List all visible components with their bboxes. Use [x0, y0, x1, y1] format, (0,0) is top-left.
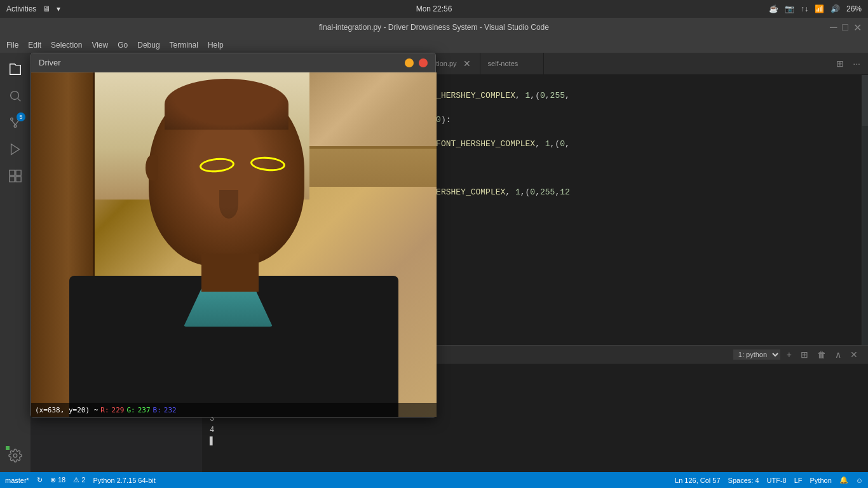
minimap: [862, 75, 868, 345]
terminal-add-btn[interactable]: +: [784, 348, 794, 361]
terminal-cursor: ▋: [210, 436, 860, 447]
window-minimize-btn[interactable]: ─: [830, 22, 837, 34]
split-editor-btn[interactable]: ⊞: [834, 57, 846, 70]
svg-rect-11: [16, 177, 21, 182]
dropdown-chevron[interactable]: ▾: [57, 4, 60, 13]
svg-point-2: [11, 118, 13, 121]
tab-self-notes[interactable]: self-notes: [480, 53, 544, 74]
source-control-badge: 5: [17, 112, 25, 121]
activity-bar: 5: [0, 53, 31, 472]
tab-label-3: self-notes: [488, 60, 519, 67]
encoding-status[interactable]: UTF-8: [767, 477, 787, 484]
tab-close-2[interactable]: ✕: [462, 58, 472, 69]
person-ear-left: [146, 155, 158, 180]
menu-bar: File Edit Selection View Go Debug Termin…: [0, 37, 868, 53]
python-version-status[interactable]: Python 2.7.15 64-bit: [93, 477, 155, 484]
spaces-status[interactable]: Spaces: 4: [728, 477, 759, 484]
app-title: final-integration.py - Driver Drowsiness…: [319, 23, 549, 32]
terminal-close-btn[interactable]: ✕: [848, 348, 860, 361]
sidebar-item-settings[interactable]: [4, 444, 27, 467]
system-bar-clock: Mon 22:56: [416, 4, 452, 13]
camera-status-bar: (x=638, y=20) ~ R: 229 G: 237 B: 232: [31, 403, 437, 417]
more-actions-btn[interactable]: ···: [850, 57, 863, 70]
sync-icon[interactable]: ↻: [37, 476, 43, 484]
sidebar-item-run[interactable]: [4, 138, 27, 161]
sidebar-item-source-control[interactable]: 5: [4, 111, 27, 134]
svg-line-6: [15, 120, 19, 125]
camera-r-value: 229: [112, 406, 125, 414]
battery-label: 26%: [846, 4, 862, 13]
window-maximize-btn[interactable]: □: [842, 22, 848, 34]
tab-actions: ⊞ ···: [834, 53, 868, 74]
driver-window-minimize-btn[interactable]: [405, 58, 414, 67]
status-bar-right: Ln 126, Col 57 Spaces: 4 UTF-8 LF Python…: [675, 476, 863, 484]
camera-g-label: G:: [126, 406, 135, 414]
status-bar: master* ↻ ⊗ 18 ⚠ 2 Python 2.7.15 64-bit …: [0, 472, 868, 488]
feedback-icon[interactable]: ☺: [856, 477, 863, 484]
svg-rect-10: [10, 177, 15, 182]
room-shelf-items: [309, 72, 437, 149]
terminal-line-5: 4: [210, 424, 860, 436]
title-bar: final-integration.py - Driver Drowsiness…: [0, 18, 868, 37]
menu-file[interactable]: File: [6, 41, 18, 50]
camera-g-value: 237: [138, 406, 151, 414]
sys-icon-wifi: 📶: [815, 4, 824, 13]
terminal-actions: 1: python + ⊞ 🗑 ∧ ✕: [733, 348, 860, 361]
person-forehead: [165, 79, 288, 130]
sidebar-item-extensions[interactable]: [4, 165, 27, 187]
language-status[interactable]: Python: [810, 477, 832, 484]
window-close-btn[interactable]: ✕: [853, 22, 862, 34]
svg-point-4: [14, 125, 17, 128]
camera-coord: (x=638, y=20) ~: [35, 406, 98, 414]
person-neck: [201, 254, 259, 292]
sys-icon-volume: 🔊: [831, 4, 840, 13]
menu-view[interactable]: View: [92, 41, 108, 50]
person-nose: [219, 190, 238, 219]
git-branch-status[interactable]: master*: [5, 477, 29, 484]
sidebar-item-explorer[interactable]: [4, 58, 27, 81]
eol-status[interactable]: LF: [794, 477, 803, 484]
driver-window: Driver (: [31, 53, 436, 417]
driver-window-title[interactable]: Driver: [31, 53, 435, 72]
warnings-status[interactable]: ⚠ 2: [73, 476, 85, 484]
bell-icon[interactable]: 🔔: [839, 476, 848, 484]
system-bar-right: ☕ 📷 ↑↓ 📶 🔊 26%: [769, 4, 862, 13]
menu-go[interactable]: Go: [118, 41, 128, 50]
menu-selection[interactable]: Selection: [51, 41, 82, 50]
terminal-trash-btn[interactable]: 🗑: [815, 348, 829, 361]
svg-point-12: [13, 454, 17, 458]
camera-b-value: 232: [164, 406, 177, 414]
sys-icon-camera: 📷: [785, 4, 794, 13]
terminal-chevron-up-btn[interactable]: ∧: [832, 348, 844, 361]
errors-status[interactable]: ⊗ 18: [50, 476, 65, 484]
sys-icon-network: ↑↓: [801, 4, 808, 13]
svg-marker-7: [11, 144, 20, 155]
sys-icon-coffee: ☕: [769, 4, 778, 13]
terminal-type-select[interactable]: 1: python: [733, 349, 780, 360]
camera-b-label: B:: [153, 406, 161, 414]
system-bar: Activities 🖥 ▾ Mon 22:56 ☕ 📷 ↑↓ 📶 🔊 26%: [0, 0, 868, 18]
app-icon: 🖥: [43, 4, 50, 13]
svg-point-0: [11, 92, 19, 100]
driver-window-controls: [405, 58, 428, 67]
menu-edit[interactable]: Edit: [28, 41, 41, 50]
system-bar-left: Activities 🖥 ▾: [6, 4, 60, 13]
ln-col-status[interactable]: Ln 126, Col 57: [675, 477, 721, 484]
menu-help[interactable]: Help: [208, 41, 224, 50]
camera-r-label: R:: [100, 406, 109, 414]
sidebar-item-search[interactable]: [4, 85, 27, 107]
driver-window-title-text: Driver: [39, 58, 61, 67]
svg-line-5: [12, 120, 16, 125]
svg-line-1: [18, 98, 20, 101]
svg-rect-9: [16, 170, 21, 175]
driver-window-close-btn[interactable]: [419, 58, 428, 67]
activities-label[interactable]: Activities: [6, 4, 36, 13]
status-bar-left: master* ↻ ⊗ 18 ⚠ 2 Python 2.7.15 64-bit: [5, 476, 156, 484]
terminal-split-btn[interactable]: ⊞: [798, 348, 811, 361]
menu-terminal[interactable]: Terminal: [170, 41, 198, 50]
camera-view: (x=638, y=20) ~ R: 229 G: 237 B: 232: [31, 72, 437, 417]
svg-rect-8: [10, 170, 15, 175]
menu-debug[interactable]: Debug: [137, 41, 159, 50]
